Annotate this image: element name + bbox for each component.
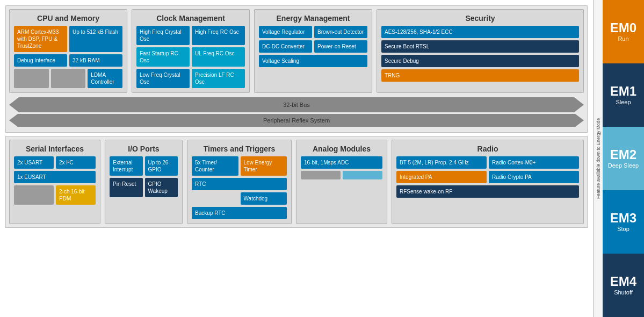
bus-label-prs: Peripheral Reflex System [263,117,330,124]
em3-id: EM3 [610,212,636,225]
io-section: I/O Ports External Interrupt Up to 26 GP… [105,140,183,224]
radio-title: Radio [396,145,579,153]
radio-crypto: Radio Crypto PA [489,171,579,183]
security-securedebug: Secure Debug [381,55,579,67]
energy-vreg: Voltage Regulator [259,26,312,38]
em2-item: EM2 Deep Sleep [603,127,644,190]
em2-label: Deep Sleep [608,162,639,169]
em0-label: Run [618,35,628,42]
radio-intpa: Integrated PA [396,171,487,183]
security-section: Security AES-128/256, SHA-1/2 ECC Secure… [377,9,584,93]
security-aes: AES-128/256, SHA-1/2 ECC [381,26,579,38]
em4-item: EM4 Shutoff [603,254,644,317]
io-pinreset: Pin Reset [110,178,143,197]
energy-dcdc: DC-DC Converter [259,40,312,53]
clock-precision-lf: Precision LF RC Osc [192,69,245,88]
cpu-block-empty2 [51,69,86,88]
serial-section: Serial Interfaces 2x USART 2x I²C 1x EUS… [9,140,100,224]
em3-item: EM3 Stop [603,190,644,254]
io-extint: External Interrupt [110,156,143,176]
cpu-block-debug: Debug Interface [14,54,67,67]
serial-pdm: 2-ch 16-bit PDM [56,185,96,205]
radio-section: Radio BT 5 (2M, LR) Prop. 2.4 GHz Radio … [392,140,584,224]
io-gpio: Up to 26 GPIO [145,156,178,176]
energy-section: Energy Management Voltage Regulator Brow… [254,9,372,93]
serial-empty [14,185,54,205]
analog-temp [343,171,382,179]
timers-letimer: Low Energy Timer [241,156,287,176]
radio-cortex: Radio Cortex-M0+ [489,156,579,169]
timers-counter: 5x Timer/ Counter [192,156,238,176]
timers-section: Timers and Triggers 5x Timer/ Counter Lo… [187,140,292,224]
analog-adc: 16-bit, 1Msps ADC [301,156,382,169]
cpu-block-flash: Up to 512 kB Flash [69,26,122,52]
analog-empty [301,171,341,179]
serial-title: Serial Interfaces [14,145,96,153]
serial-eusart: 1x EUSART [14,171,96,183]
energy-vscale: Voltage Scaling [259,55,367,67]
cpu-title: CPU and Memory [14,14,122,23]
sidebar: Feature available down to Energy Mode EM… [593,0,644,317]
clock-section: Clock Management High Freq Crystal Osc H… [132,9,250,93]
em1-item: EM1 Sleep [603,63,644,127]
cpu-block-empty1 [14,69,49,88]
cpu-block-ldma: LDMA Controller [88,69,122,88]
cpu-block-ram: 32 kB RAM [69,54,122,67]
clock-title: Clock Management [136,14,245,23]
security-trng: TRNG [381,69,579,82]
analog-section: Analog Modules 16-bit, 1Msps ADC [296,140,387,224]
io-gpiowakeup: GPIO Wakeup [145,178,178,197]
cpu-section: CPU and Memory ARM Cortex-M33 with DSP, … [9,9,127,93]
radio-rfsense: RFSense wake-on RF [396,185,579,198]
radio-bt5: BT 5 (2M, LR) Prop. 2.4 GHz [396,156,487,169]
energy-title: Energy Management [259,14,367,23]
timers-title: Timers and Triggers [192,145,287,153]
serial-usart: 2x USART [14,156,54,169]
em1-label: Sleep [616,99,631,105]
security-secureboot: Secure Boot RTSL [381,40,579,53]
em4-id: EM4 [610,275,636,288]
sidebar-feature-label: Feature available down to Energy Mode [594,0,603,317]
energy-bod: Brown-out Detector [314,26,367,38]
em3-label: Stop [617,226,629,232]
timers-rtc: RTC [192,178,287,190]
io-title: I/O Ports [110,145,178,153]
em4-label: Shutoff [614,289,633,296]
clock-fast-rc: Fast Startup RC Osc [136,47,190,67]
security-title: Security [381,14,579,23]
cpu-block-arm: ARM Cortex-M33 with DSP, FPU & TrustZone [14,26,67,52]
em2-id: EM2 [610,148,636,161]
bus-label-32bit: 32-bit Bus [283,102,310,108]
clock-lf-crystal: Low Freq Crystal Osc [136,69,190,88]
analog-title: Analog Modules [301,145,382,153]
timers-watchdog: Watchdog [241,192,287,205]
serial-i2c: 2x I²C [56,156,96,169]
clock-hf-rc: High Freq RC Osc [192,26,245,45]
em0-item: EM0 Run [603,0,644,63]
em0-id: EM0 [610,21,636,34]
energy-por: Power-on Reset [314,40,367,53]
clock-ul-rc: UL Freq RC Osc [192,47,245,67]
clock-hf-crystal: High Freq Crystal Osc [136,26,190,45]
timers-backuprtc: Backup RTC [192,207,287,219]
em1-id: EM1 [610,85,636,98]
